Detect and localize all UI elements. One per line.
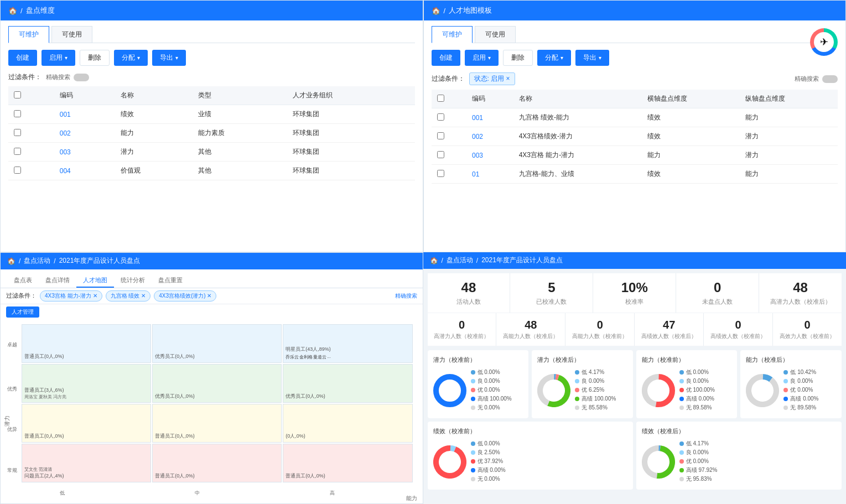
legend-item: 良 0.00% xyxy=(679,377,715,385)
stat-label-sm: 高潜力人数（校准前） xyxy=(433,332,491,340)
export-button-tl[interactable]: 导出 ▾ xyxy=(152,50,186,66)
chart-card: 潜力（校准后） 低 4.17% 良 0.00% 优 6.25% 高绩 100.0… xyxy=(532,350,633,418)
chip2-bl[interactable]: 九宫格 绩效 ✕ xyxy=(106,290,151,302)
legend-label: 良 0.00% xyxy=(790,377,813,385)
col-code-tl: 编码 xyxy=(54,86,115,105)
donut-chart xyxy=(746,374,779,407)
subtab-stats-bl[interactable]: 统计分析 xyxy=(114,274,152,288)
row-code-link[interactable]: 003 xyxy=(60,148,71,156)
header-bottom-left: 🏠 / 盘点活动 / 2021年度产品设计人员盘点 xyxy=(1,253,423,269)
header-top-right: 🏠 / 人才地图模板 xyxy=(424,1,846,20)
tab-usable-tr[interactable]: 可使用 xyxy=(475,26,516,43)
delete-button-tl[interactable]: 删除 xyxy=(80,50,110,66)
chip3-bl[interactable]: 4X3宫格绩效(潜力) ✕ xyxy=(154,290,216,302)
apply-button-tr[interactable]: 启用 ▾ xyxy=(465,50,499,66)
row-code-link[interactable]: 002 xyxy=(472,133,483,141)
dimensions-table-tl: 编码 名称 类型 人才业务组织 001 绩效 业绩 环球集团 002 能力 能力… xyxy=(8,86,415,180)
legend-item: 无 95.83% xyxy=(679,475,718,483)
tab-maintainable-tr[interactable]: 可维护 xyxy=(432,26,473,43)
precise-link-bl[interactable]: 精确搜索 xyxy=(395,292,417,300)
row-checkbox[interactable] xyxy=(437,170,444,177)
legend-dot xyxy=(471,468,475,472)
person-azs: 艾文生 xyxy=(24,466,38,472)
legend-dot xyxy=(575,370,579,375)
apply-button-tl[interactable]: 启用 ▾ xyxy=(41,50,75,66)
legend-item: 优 0.00% xyxy=(471,386,512,394)
logo-inner: ✈ xyxy=(814,32,834,52)
row-checkbox[interactable] xyxy=(437,151,444,158)
page-title-tr: 人才地图模板 xyxy=(449,6,492,15)
assign-button-tr[interactable]: 分配 ▾ xyxy=(537,50,571,66)
row-checkbox[interactable] xyxy=(437,113,444,121)
export-button-tr[interactable]: 导出 ▾ xyxy=(575,50,609,66)
stat-value-sm: 0 xyxy=(433,319,491,331)
row-type: 其他 xyxy=(193,143,287,162)
legend-item: 优 0.00% xyxy=(783,386,818,394)
row-code-link[interactable]: 001 xyxy=(472,114,483,122)
stat-card: 5已校准人数 xyxy=(510,273,593,313)
table-row: 001 绩效 业绩 环球集团 xyxy=(8,105,415,124)
subtab-form-bl[interactable]: 盘点表 xyxy=(7,274,39,288)
legend-item: 高绩 100.00% xyxy=(471,395,512,403)
assign-button-tl[interactable]: 分配 ▾ xyxy=(114,50,148,66)
subtab-detail-bl[interactable]: 盘点详情 xyxy=(39,274,76,288)
stat-value-sm: 0 xyxy=(571,319,629,331)
chart-legend: 低 0.00% 良 0.00% 优 100.00% 高绩 0.00% 无 89.… xyxy=(679,368,715,413)
svg-point-23 xyxy=(746,374,779,407)
bc-sep2-bl: / xyxy=(54,257,55,265)
legend-item: 无 0.00% xyxy=(471,404,512,412)
cell-10: 普通员工(3人,6%) 周洛宝 夏秋美 冯方亮 xyxy=(22,364,151,403)
tab-maintainable-tl[interactable]: 可维护 xyxy=(8,26,49,43)
chart-title: 潜力（校准后） xyxy=(537,356,627,364)
delete-button-tr[interactable]: 删除 xyxy=(503,50,533,66)
stat-value: 0 xyxy=(683,280,752,295)
row-name: 4X3宫格 能力-潜力 xyxy=(513,146,642,165)
row-code-link[interactable]: 01 xyxy=(472,170,479,178)
create-button-tr[interactable]: 创建 xyxy=(432,50,460,66)
row-name: 九宫格 绩效-能力 xyxy=(513,108,642,127)
row-org: 环球集团 xyxy=(287,143,415,162)
chart-title: 潜力（校准前） xyxy=(433,356,523,364)
tabs-tl: 可维护 可使用 xyxy=(8,26,415,43)
stat-label: 未盘点人数 xyxy=(683,298,752,306)
precise-toggle-tl[interactable] xyxy=(74,74,89,81)
row-type: 业绩 xyxy=(193,105,287,124)
legend-label: 低 0.00% xyxy=(478,368,500,376)
subtab-reset-bl[interactable]: 盘点重置 xyxy=(152,274,189,288)
select-all-tl[interactable] xyxy=(14,91,21,98)
legend-dot xyxy=(783,406,788,410)
row-code-link[interactable]: 004 xyxy=(60,167,71,175)
tab-usable-tl[interactable]: 可使用 xyxy=(51,26,92,43)
row-type: 能力素质 xyxy=(193,124,287,143)
stat-label-sm: 高绩效人数（校准后） xyxy=(640,332,698,340)
row-checkbox[interactable] xyxy=(437,132,444,139)
row-code-link[interactable]: 001 xyxy=(60,111,71,118)
stats-row2: 0高潜力人数（校准前）48高能力人数（校准后）0高能力人数（校准前）47高绩效人… xyxy=(428,313,842,346)
stat-card-sm: 47高绩效人数（校准后） xyxy=(635,313,703,346)
legend-item: 无 89.58% xyxy=(783,404,818,412)
precise-toggle-tr[interactable] xyxy=(822,75,838,83)
breadcrumb-sep-tl: / xyxy=(20,7,23,15)
filter-tag-tr[interactable]: 状态: 启用 × xyxy=(469,72,515,85)
page-title-tl: 盘点维度 xyxy=(26,6,55,15)
row-code-link[interactable]: 003 xyxy=(472,152,483,159)
cell-01: 优秀员工(0人,0%) xyxy=(152,324,282,363)
select-all-tr[interactable] xyxy=(437,95,444,102)
legend-label: 良 0.00% xyxy=(582,377,604,385)
subtab-map-bl[interactable]: 人才地图 xyxy=(76,274,114,288)
bc-detail-bl: 2021年度产品设计人员盘点 xyxy=(59,256,141,266)
table-row: 003 4X3宫格 能力-潜力 能力 潜力 xyxy=(432,146,838,165)
legend-item: 优 37.92% xyxy=(471,458,506,465)
row-checkbox[interactable] xyxy=(14,129,21,136)
chart-title: 绩效（校准前） xyxy=(433,427,627,435)
row-checkbox[interactable] xyxy=(14,148,21,155)
home-icon-br: 🏠 xyxy=(430,257,438,264)
manage-button-bl[interactable]: 人才管理 xyxy=(6,306,39,318)
row-checkbox[interactable] xyxy=(14,110,21,117)
row-checkbox[interactable] xyxy=(14,167,21,174)
person-jlg: 金利格 xyxy=(299,354,313,360)
panel-bottom-right: 🏠 / 盘点活动 / 2021年度产品设计人员盘点 48活动人数5已校准人数10… xyxy=(423,252,847,505)
chip1-bl[interactable]: 4X3宫格 能力-潜力 ✕ xyxy=(40,290,102,302)
row-code-link[interactable]: 002 xyxy=(60,129,71,137)
create-button-tl[interactable]: 创建 xyxy=(8,50,37,66)
